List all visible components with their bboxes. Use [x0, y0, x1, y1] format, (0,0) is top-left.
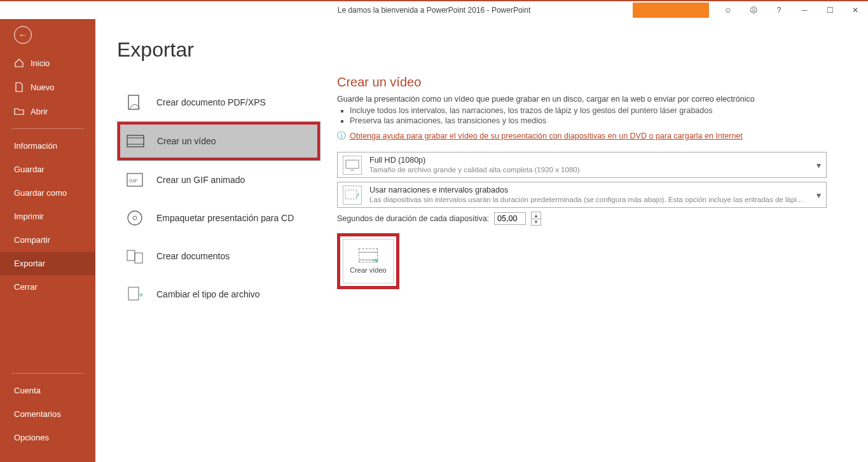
docs-icon — [125, 246, 145, 266]
panel-title: Crear un vídeo — [337, 75, 836, 90]
page-title: Exportar — [117, 38, 337, 62]
export-option-cd[interactable]: Empaquetar presentación para CD — [117, 199, 320, 237]
sidebar-label: Información — [14, 141, 57, 151]
seconds-spinner[interactable]: ▲ ▼ — [531, 212, 541, 226]
svg-rect-13 — [345, 190, 357, 199]
create-video-highlight: Crear vídeo — [337, 233, 399, 289]
open-icon — [14, 106, 24, 116]
dropdown-main: Usar narraciones e intervalos grabados — [369, 185, 809, 195]
sidebar-label: Nuevo — [31, 83, 55, 92]
account-label[interactable] — [633, 3, 709, 18]
titlebar: Le damos la bienvenida a PowerPoint 2016… — [0, 0, 868, 19]
titlebar-right: ☺ ☹ ? ─ ☐ ✕ — [633, 1, 868, 19]
minimize-button[interactable]: ─ — [792, 1, 817, 19]
export-option-label: Crear documentos — [156, 251, 230, 261]
sidebar-label: Inicio — [31, 58, 50, 68]
help-icon[interactable]: ? — [766, 1, 792, 19]
back-arrow-icon: ← — [14, 26, 32, 44]
svg-point-7 — [133, 216, 137, 220]
sidebar-label: Compartir — [14, 235, 50, 245]
export-option-label: Empaquetar presentación para CD — [156, 213, 294, 223]
sidebar-label: Opciones — [14, 433, 49, 442]
sidebar-item-inicio[interactable]: Inicio — [0, 51, 95, 75]
main-area: ← Inicio Nuevo Abrir Información Guardar… — [0, 19, 868, 462]
video-file-icon — [359, 248, 378, 262]
sidebar-item-exportar[interactable]: Exportar — [0, 252, 95, 275]
export-options-list: Exportar Crear documento PDF/XPS Crear u… — [95, 38, 337, 462]
separator — [11, 128, 84, 129]
export-option-label: Crear un GIF animado — [156, 175, 245, 185]
sidebar-item-guardar-como[interactable]: Guardar como — [0, 181, 95, 205]
sidebar-label: Imprimir — [14, 212, 44, 221]
sidebar-item-nuevo[interactable]: Nuevo — [0, 75, 95, 99]
video-panel: Crear un vídeo Guarde la presentación co… — [337, 38, 868, 462]
create-video-label: Crear vídeo — [350, 266, 386, 274]
cd-icon — [125, 208, 145, 228]
export-option-docs[interactable]: Crear documentos — [117, 237, 320, 275]
monitor-icon — [343, 156, 362, 175]
gif-icon: GIF — [125, 170, 145, 190]
dropdown-sub: Tamaño de archivo grande y calidad alta … — [369, 165, 809, 175]
spin-down-icon[interactable]: ▼ — [532, 219, 541, 226]
sidebar-item-imprimir[interactable]: Imprimir — [0, 205, 95, 228]
sidebar-label: Abrir — [31, 107, 48, 116]
panel-bullets: Incluye todos los intervalos, las narrac… — [350, 106, 836, 125]
svg-point-6 — [128, 211, 142, 225]
dropdown-sub: Las diapositivas sin intervalos usarán l… — [369, 195, 809, 205]
svg-rect-10 — [128, 287, 139, 300]
sidebar-item-cerrar[interactable]: Cerrar — [0, 275, 95, 299]
sidebar-item-abrir[interactable]: Abrir — [0, 99, 95, 123]
sidebar-item-compartir[interactable]: Compartir — [0, 228, 95, 252]
create-video-button[interactable]: Crear vídeo — [343, 239, 394, 283]
sidebar-item-cuenta[interactable]: Cuenta — [0, 379, 95, 402]
export-option-filetype[interactable]: Cambiar el tipo de archivo — [117, 275, 320, 313]
content-area: Exportar Crear documento PDF/XPS Crear u… — [95, 19, 868, 462]
sidebar-label: Cuenta — [14, 386, 41, 395]
spin-up-icon[interactable]: ▲ — [532, 212, 541, 219]
narration-icon — [343, 186, 362, 205]
seconds-label: Segundos de duración de cada diapositiva… — [337, 214, 489, 223]
backstage-sidebar: ← Inicio Nuevo Abrir Información Guardar… — [0, 19, 95, 462]
panel-desc: Guarde la presentación como un vídeo que… — [337, 95, 836, 104]
frown-icon[interactable]: ☹ — [741, 1, 766, 19]
sidebar-label: Exportar — [14, 259, 45, 268]
pdf-icon — [125, 92, 145, 112]
svg-rect-9 — [135, 253, 142, 263]
export-option-video[interactable]: Crear un vídeo — [117, 121, 320, 161]
export-option-pdf[interactable]: Crear documento PDF/XPS — [117, 83, 320, 121]
sidebar-item-informacion[interactable]: Información — [0, 134, 95, 158]
chevron-down-icon: ▾ — [816, 190, 821, 200]
export-option-gif[interactable]: GIF Crear un GIF animado — [117, 161, 320, 199]
sidebar-item-opciones[interactable]: Opciones — [0, 426, 95, 449]
close-button[interactable]: ✕ — [843, 1, 868, 19]
sidebar-item-guardar[interactable]: Guardar — [0, 158, 95, 181]
svg-rect-11 — [346, 160, 359, 168]
window-title: Le damos la bienvenida a PowerPoint 2016… — [338, 6, 531, 15]
separator — [11, 373, 84, 374]
home-icon — [14, 58, 24, 68]
seconds-row: Segundos de duración de cada diapositiva… — [337, 212, 836, 226]
seconds-input[interactable] — [494, 212, 526, 225]
help-question-icon: ⓘ — [337, 130, 346, 142]
chevron-down-icon: ▾ — [816, 160, 821, 170]
bullet-item: Preserva las animaciones, las transicion… — [350, 116, 836, 125]
sidebar-label: Cerrar — [14, 282, 38, 292]
maximize-button[interactable]: ☐ — [817, 1, 843, 19]
narration-dropdown[interactable]: Usar narraciones e intervalos grabados L… — [337, 182, 827, 208]
bullet-item: Incluye todos los intervalos, las narrac… — [350, 106, 836, 115]
help-link[interactable]: Obtenga ayuda para grabar el vídeo de su… — [350, 132, 743, 140]
smile-icon[interactable]: ☺ — [715, 1, 741, 19]
video-icon — [125, 131, 146, 151]
svg-rect-1 — [127, 135, 144, 147]
svg-rect-8 — [127, 250, 135, 261]
sidebar-item-comentarios[interactable]: Comentarios — [0, 402, 95, 426]
back-button[interactable]: ← — [0, 19, 95, 51]
sidebar-label: Comentarios — [14, 409, 61, 419]
sidebar-label: Guardar — [14, 165, 45, 174]
quality-dropdown[interactable]: Full HD (1080p) Tamaño de archivo grande… — [337, 152, 827, 178]
svg-text:GIF: GIF — [129, 178, 137, 184]
filetype-icon — [125, 284, 145, 304]
export-option-label: Crear documento PDF/XPS — [156, 97, 266, 107]
svg-rect-0 — [128, 95, 139, 109]
dropdown-main: Full HD (1080p) — [369, 155, 809, 165]
